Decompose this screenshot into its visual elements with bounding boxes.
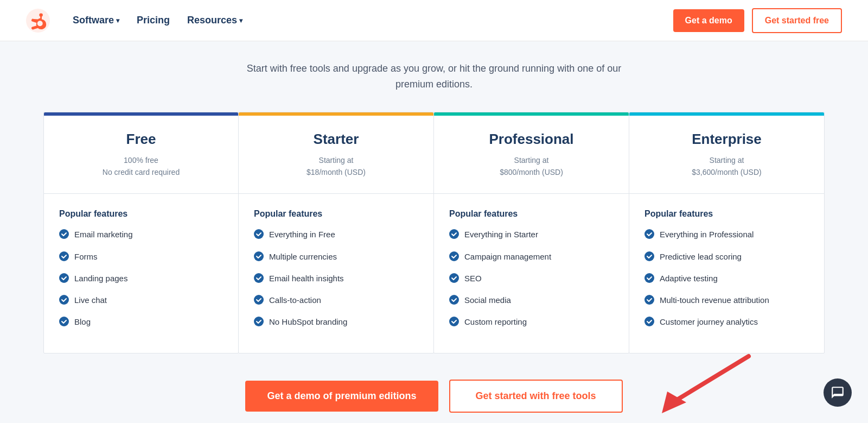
bottom-actions: Get a demo of premium editions Get start… (43, 380, 825, 413)
check-icon (449, 317, 459, 330)
feature-item: No HubSpot branding (254, 316, 418, 330)
feature-item: Blog (59, 316, 223, 330)
svg-point-7 (254, 251, 264, 261)
card-body: Popular features Everything in Professio… (629, 194, 824, 353)
feature-item: Calls-to-action (254, 294, 418, 308)
svg-point-12 (449, 251, 459, 261)
chat-bubble-button[interactable] (824, 378, 852, 407)
navbar: Software ▾ Pricing Resources ▾ Get a dem… (0, 0, 868, 41)
check-icon (644, 251, 654, 265)
feature-item: Multi-touch revenue attribution (644, 294, 809, 308)
feature-item: Email health insights (254, 273, 418, 287)
card-body: Popular features Email marketing Forms (44, 194, 238, 353)
svg-point-3 (59, 273, 69, 283)
feature-item: Campaign management (449, 251, 614, 265)
features-title: Popular features (59, 209, 223, 219)
nav-pricing[interactable]: Pricing (129, 10, 177, 30)
svg-marker-22 (662, 392, 686, 413)
check-icon (254, 251, 264, 265)
svg-point-5 (59, 317, 69, 326)
main-content: Start with free tools and upgrade as you… (0, 41, 868, 423)
check-icon (449, 273, 459, 287)
svg-point-19 (644, 295, 654, 305)
svg-point-4 (59, 295, 69, 305)
svg-point-15 (449, 317, 459, 326)
plan-price: Starting at$800/month (USD) (447, 154, 616, 179)
card-header: Starter Starting at$18/month (USD) (239, 116, 433, 194)
plan-price: Starting at$18/month (USD) (252, 154, 420, 179)
check-icon (59, 229, 69, 243)
features-title: Popular features (644, 209, 809, 219)
get-started-free-tools-button[interactable]: Get started with free tools (449, 380, 623, 413)
feature-item: SEO (449, 273, 614, 287)
check-icon (644, 317, 654, 330)
pricing-card-enterprise: Enterprise Starting at$3,600/month (USD)… (629, 112, 825, 354)
plan-name: Starter (252, 131, 420, 148)
check-icon (449, 251, 459, 265)
svg-point-1 (59, 229, 69, 239)
check-icon (254, 317, 264, 330)
check-icon (644, 295, 654, 308)
plan-name: Professional (447, 131, 616, 148)
feature-item: Social media (449, 294, 614, 308)
feature-item: Everything in Free (254, 229, 418, 243)
svg-point-9 (254, 295, 264, 305)
svg-point-14 (449, 295, 459, 305)
card-header: Free 100% freeNo credit card required (44, 116, 238, 194)
svg-point-20 (644, 317, 654, 326)
chevron-down-icon: ▾ (116, 17, 119, 24)
svg-point-17 (644, 251, 654, 261)
svg-point-8 (254, 273, 264, 283)
plan-price: Starting at$3,600/month (USD) (642, 154, 811, 179)
feature-item: Customer journey analytics (644, 316, 809, 330)
nav-software[interactable]: Software ▾ (65, 10, 127, 30)
nav-resources[interactable]: Resources ▾ (180, 10, 250, 30)
card-body: Popular features Everything in Starter C… (434, 194, 629, 353)
feature-item: Custom reporting (449, 316, 614, 330)
card-header: Professional Starting at$800/month (USD) (434, 116, 629, 194)
check-icon (59, 295, 69, 308)
get-started-free-button[interactable]: Get started free (752, 8, 842, 33)
check-icon (254, 273, 264, 287)
pricing-grid: Free 100% freeNo credit card required Po… (43, 112, 825, 354)
demo-premium-button[interactable]: Get a demo of premium editions (245, 381, 438, 412)
check-icon (644, 229, 654, 243)
plan-price: 100% freeNo credit card required (57, 154, 225, 179)
check-icon (59, 317, 69, 330)
chevron-down-icon: ▾ (239, 17, 242, 24)
check-icon (449, 295, 459, 308)
check-icon (59, 273, 69, 287)
page-subtitle: Start with free tools and upgrade as you… (43, 61, 825, 92)
nav-actions: Get a demo Get started free (673, 8, 842, 33)
check-icon (644, 273, 654, 287)
plan-name: Enterprise (642, 131, 811, 148)
hubspot-logo[interactable] (26, 9, 50, 33)
get-demo-button[interactable]: Get a demo (673, 9, 744, 32)
check-icon (59, 251, 69, 265)
pricing-card-free: Free 100% freeNo credit card required Po… (43, 112, 239, 354)
arrow-annotation (640, 351, 760, 418)
feature-item: Landing pages (59, 273, 223, 287)
feature-item: Everything in Professional (644, 229, 809, 243)
svg-line-21 (673, 356, 749, 402)
feature-item: Everything in Starter (449, 229, 614, 243)
svg-point-11 (449, 229, 459, 239)
svg-point-18 (644, 273, 654, 283)
feature-item: Email marketing (59, 229, 223, 243)
card-body: Popular features Everything in Free Mult… (239, 194, 433, 353)
feature-item: Adaptive testing (644, 273, 809, 287)
pricing-card-professional: Professional Starting at$800/month (USD)… (433, 112, 629, 354)
feature-item: Multiple currencies (254, 251, 418, 265)
features-title: Popular features (254, 209, 418, 219)
nav-items: Software ▾ Pricing Resources ▾ (65, 10, 673, 30)
features-title: Popular features (449, 209, 614, 219)
svg-point-2 (59, 251, 69, 261)
check-icon (254, 229, 264, 243)
svg-point-16 (644, 229, 654, 239)
svg-point-13 (449, 273, 459, 283)
feature-item: Live chat (59, 294, 223, 308)
svg-point-6 (254, 229, 264, 239)
card-header: Enterprise Starting at$3,600/month (USD) (629, 116, 824, 194)
check-icon (254, 295, 264, 308)
pricing-card-starter: Starter Starting at$18/month (USD) Popul… (238, 112, 434, 354)
